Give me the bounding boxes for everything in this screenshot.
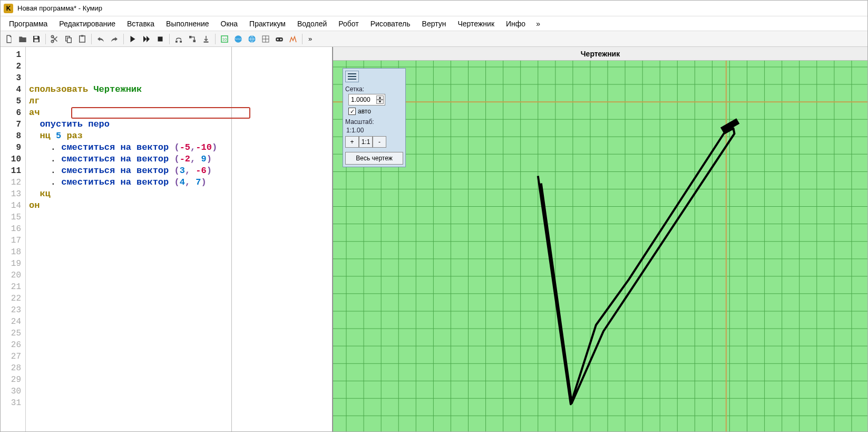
new-file-icon[interactable] [3,33,15,45]
auto-label: авто [358,108,371,115]
menu-вертун[interactable]: Вертун [417,18,452,30]
line-number: 27 [1,351,25,362]
toolbar-sep [215,34,216,44]
code-line[interactable]: . сместиться на вектор (4, 7) [29,177,228,188]
open-file-icon[interactable] [16,33,29,45]
checkbox-icon: ✓ [348,108,356,115]
menu-чертежник[interactable]: Чертежник [452,18,500,30]
code-token: , [185,166,196,176]
code-token: . [51,142,61,152]
toolbar-more[interactable]: » [305,35,315,43]
line-number: 31 [1,397,25,409]
code-line[interactable]: кц [29,188,228,200]
code-line[interactable]: ач [29,107,228,119]
zoom-out-button[interactable]: - [373,136,386,148]
drafter-pane: Чертежник Сетка: 1.0000 ▲▼ ✓ авто Масшта… [333,47,867,431]
menu-водолей[interactable]: Водолей [292,18,332,30]
code-line[interactable]: спользовать Чертежник [29,84,228,95]
toolbar-sep [91,34,92,44]
code-token: кц [40,189,50,199]
line-number: 16 [1,223,25,235]
panel-menu-icon[interactable] [345,71,359,82]
copy-icon[interactable] [62,33,75,45]
code-token: ) [207,154,212,164]
code-token: лг [29,96,40,106]
menu-программа[interactable]: Программа [4,18,53,30]
paste-icon[interactable] [76,33,89,45]
run-fast-icon[interactable] [140,33,153,45]
menu-вставка[interactable]: Вставка [122,18,160,30]
toolbar-sep [302,34,303,44]
menu-редактирование[interactable]: Редактирование [54,18,121,30]
code-line[interactable]: . сместиться на вектор (-2, 9) [29,153,228,165]
line-number: 9 [1,142,25,153]
actor-draw-icon[interactable] [287,33,299,45]
actor-water-icon[interactable] [232,33,245,45]
spin-down-icon[interactable]: ▼ [376,100,384,104]
spin-up-icon[interactable]: ▲ [376,95,384,100]
line-number: 30 [1,386,25,397]
svg-rect-1 [34,39,38,42]
menu-инфо[interactable]: Инфо [501,18,531,30]
actor-1-icon[interactable]: 10 [218,33,231,45]
menu-окна[interactable]: Окна [216,18,243,30]
zoom-in-button[interactable]: + [345,136,359,148]
menu-more[interactable]: » [532,18,544,30]
line-number: 11 [1,165,25,177]
code-line[interactable]: нц 5 раз [29,130,228,142]
drafter-title: Чертежник [333,47,867,61]
auto-checkbox[interactable]: ✓ авто [348,108,403,115]
line-number: 6 [1,107,25,119]
redo-icon[interactable] [108,33,121,45]
line-number: 7 [1,119,25,130]
step-over-icon[interactable] [172,33,185,45]
stop-icon[interactable] [154,33,167,45]
cut-icon[interactable] [48,33,61,45]
line-number: 15 [1,212,25,223]
svg-rect-11 [189,36,192,39]
grid-label: Сетка: [345,85,403,93]
run-icon[interactable] [126,33,139,45]
svg-rect-9 [175,41,178,43]
code-token: 3 [180,166,185,176]
step-into-icon[interactable] [186,33,199,45]
line-gutter: 1234567891011121314151617181920212223242… [1,47,26,431]
code-line[interactable]: он [29,200,228,212]
save-file-icon[interactable] [30,33,43,45]
undo-icon[interactable] [94,33,107,45]
actor-grid-icon[interactable] [259,33,272,45]
code-line[interactable]: . сместиться на вектор (3, -6) [29,165,228,177]
drafter-canvas[interactable]: Сетка: 1.0000 ▲▼ ✓ авто Масштаб: 1:1.00 … [333,61,867,431]
canvas-control-panel: Сетка: 1.0000 ▲▼ ✓ авто Масштаб: 1:1.00 … [343,68,406,167]
zoom-reset-button[interactable]: 1:1 [359,136,373,148]
fit-all-button[interactable]: Весь чертеж [345,152,403,165]
toolbar: 10 » [1,31,867,47]
svg-rect-5 [67,37,72,42]
toolbar-sep [169,34,170,44]
code-line[interactable]: опустить перо [29,119,228,130]
line-number: 10 [1,153,25,165]
code-token: ) [201,177,206,187]
step-out-icon[interactable] [200,33,212,45]
menu-робот[interactable]: Робот [333,18,364,30]
code-token: -6 [196,166,206,176]
grid-step-input[interactable]: 1.0000 ▲▼ [348,94,385,105]
toolbar-sep [45,34,46,44]
menu-практикум[interactable]: Практикум [244,18,291,30]
line-number: 4 [1,84,25,95]
svg-rect-0 [34,36,37,38]
svg-point-21 [280,39,282,40]
svg-rect-7 [81,35,84,36]
code-token: сместиться на вектор [61,154,174,164]
code-line[interactable]: лг [29,95,228,107]
code-editor[interactable]: спользовать Чертежниклгач опустить перо … [26,47,232,431]
line-number: 17 [1,235,25,246]
menu-выполнение[interactable]: Выполнение [161,18,214,30]
code-token: . [51,177,61,187]
code-token: спользовать [29,84,93,94]
actor-globe-icon[interactable] [246,33,258,45]
menu-рисователь[interactable]: Рисователь [365,18,416,30]
line-number: 28 [1,362,25,374]
actor-game-icon[interactable] [273,33,286,45]
code-line[interactable]: . сместиться на вектор (-5,-10) [29,142,228,153]
